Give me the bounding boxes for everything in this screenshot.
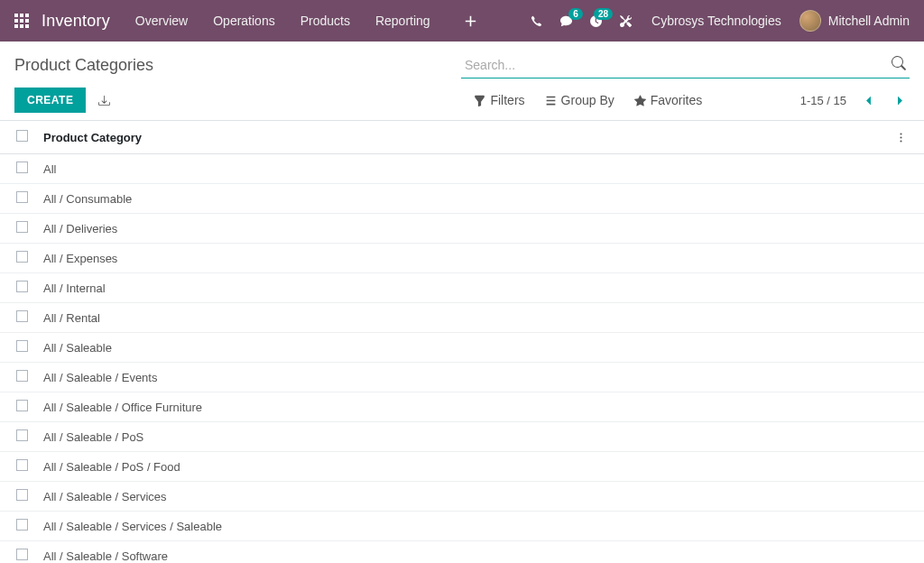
avatar (799, 10, 821, 32)
plus-icon[interactable] (465, 15, 476, 27)
page-title: Product Categories (14, 56, 461, 75)
table-row[interactable]: All / Saleable (0, 333, 924, 363)
star-icon (634, 95, 646, 106)
row-checkbox[interactable] (16, 310, 28, 322)
category-name[interactable]: All / Rental (36, 303, 888, 333)
search-input[interactable] (461, 52, 910, 78)
column-header-name[interactable]: Product Category (36, 121, 888, 154)
select-all-checkbox[interactable] (16, 130, 28, 142)
groupby-label: Group By (561, 93, 614, 107)
row-checkbox[interactable] (16, 340, 28, 352)
download-icon[interactable] (98, 95, 110, 106)
svg-point-10 (900, 136, 901, 138)
category-name[interactable]: All / Expenses (36, 244, 888, 273)
table-row[interactable]: All / Saleable / Services (0, 482, 924, 512)
groupby-button[interactable]: Group By (545, 93, 614, 107)
category-name[interactable]: All / Deliveries (36, 214, 888, 244)
row-checkbox[interactable] (16, 459, 28, 471)
table-row[interactable]: All / Internal (0, 273, 924, 303)
category-name[interactable]: All / Saleable / PoS (36, 422, 888, 452)
table-row[interactable]: All / Saleable / PoS (0, 422, 924, 452)
filters-label: Filters (490, 93, 524, 107)
activity-icon[interactable]: 28 (590, 15, 602, 27)
table-row[interactable]: All / Saleable / PoS / Food (0, 452, 924, 482)
phone-icon[interactable] (531, 15, 542, 27)
row-checkbox[interactable] (16, 251, 28, 263)
table-row[interactable]: All / Saleable / Services / Saleable (0, 512, 924, 541)
chevron-left-icon (863, 95, 874, 106)
favorites-label: Favorites (651, 93, 703, 107)
category-name[interactable]: All / Consumable (36, 184, 888, 214)
nav-reporting[interactable]: Reporting (375, 14, 430, 28)
create-button[interactable]: CREATE (14, 88, 86, 113)
svg-rect-0 (14, 14, 18, 17)
row-checkbox[interactable] (16, 429, 28, 441)
svg-rect-8 (25, 24, 29, 28)
category-name[interactable]: All / Saleable / Services / Saleable (36, 512, 888, 541)
svg-rect-2 (25, 14, 29, 17)
table-row[interactable]: All / Consumable (0, 184, 924, 214)
options-icon[interactable] (895, 132, 908, 143)
row-checkbox[interactable] (16, 370, 28, 382)
svg-point-9 (900, 133, 901, 134)
list-icon (545, 95, 557, 106)
row-checkbox[interactable] (16, 400, 28, 411)
category-name[interactable]: All / Saleable / Events (36, 363, 888, 392)
row-checkbox[interactable] (16, 221, 28, 233)
pager-next[interactable] (891, 93, 910, 108)
pager-prev[interactable] (859, 93, 878, 108)
row-checkbox[interactable] (16, 162, 28, 173)
search-wrap (461, 52, 910, 78)
svg-rect-7 (20, 24, 23, 28)
category-name[interactable]: All / Saleable / Software (36, 541, 888, 562)
nav-products[interactable]: Products (300, 14, 350, 28)
row-checkbox[interactable] (16, 191, 28, 203)
categories-table: Product Category AllAll / ConsumableAll … (0, 121, 924, 561)
category-name[interactable]: All / Saleable (36, 333, 888, 363)
search-icon[interactable] (892, 56, 906, 70)
filters-button[interactable]: Filters (474, 93, 524, 107)
company-selector[interactable]: Cybrosys Technologies (651, 14, 781, 28)
user-menu[interactable]: Mitchell Admin (799, 10, 910, 32)
svg-rect-3 (14, 19, 18, 23)
svg-rect-1 (20, 14, 23, 17)
table-row[interactable]: All / Saleable / Software (0, 541, 924, 562)
category-name[interactable]: All / Saleable / PoS / Food (36, 452, 888, 482)
pager-text[interactable]: 1-15 / 15 (800, 94, 846, 107)
table-row[interactable]: All / Saleable / Events (0, 363, 924, 392)
category-name[interactable]: All (36, 154, 888, 184)
favorites-button[interactable]: Favorites (634, 93, 703, 107)
table-row[interactable]: All (0, 154, 924, 184)
table-row[interactable]: All / Deliveries (0, 214, 924, 244)
table-row[interactable]: All / Saleable / Office Furniture (0, 392, 924, 422)
chevron-right-icon (894, 95, 906, 106)
category-name[interactable]: All / Saleable / Services (36, 482, 888, 512)
messaging-icon[interactable]: 6 (560, 15, 572, 27)
activity-badge: 28 (594, 8, 613, 20)
user-name: Mitchell Admin (828, 14, 910, 28)
app-brand[interactable]: Inventory (42, 12, 110, 31)
nav-operations[interactable]: Operations (213, 14, 274, 28)
control-panel: Product Categories CREATE Filters Group … (0, 42, 924, 121)
tools-icon[interactable] (620, 15, 632, 27)
row-checkbox[interactable] (16, 549, 28, 560)
table-row[interactable]: All / Rental (0, 303, 924, 333)
category-name[interactable]: All / Internal (36, 273, 888, 303)
nav-overview[interactable]: Overview (135, 14, 188, 28)
svg-rect-6 (14, 24, 18, 28)
table-scroll[interactable]: Product Category AllAll / ConsumableAll … (0, 121, 924, 561)
row-checkbox[interactable] (16, 281, 28, 292)
funnel-icon (474, 95, 485, 106)
svg-rect-5 (25, 19, 29, 23)
table-row[interactable]: All / Expenses (0, 244, 924, 273)
row-checkbox[interactable] (16, 519, 28, 531)
category-name[interactable]: All / Saleable / Office Furniture (36, 392, 888, 422)
top-navbar: Inventory Overview Operations Products R… (0, 0, 924, 42)
svg-point-11 (900, 140, 901, 142)
svg-rect-4 (20, 19, 23, 23)
apps-icon[interactable] (14, 14, 29, 28)
messaging-badge: 6 (568, 8, 583, 20)
row-checkbox[interactable] (16, 489, 28, 501)
